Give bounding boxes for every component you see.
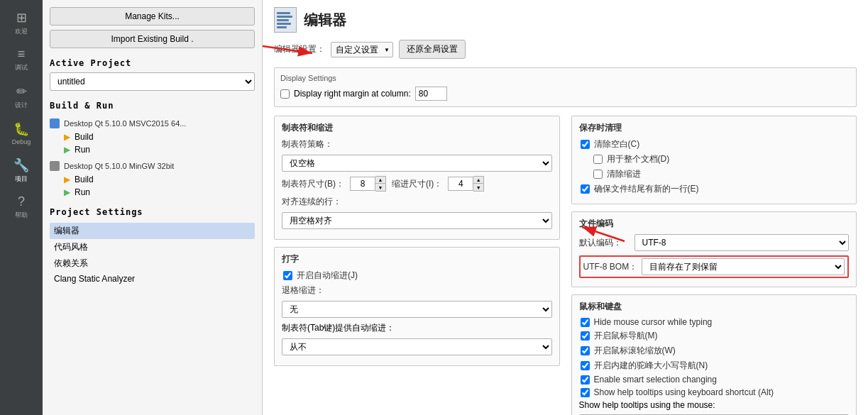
auto-indent-row: 开启自动缩进(J) [282, 270, 552, 282]
restore-global-button[interactable]: 还原全局设置 [399, 40, 466, 59]
show-tooltips-label: Show help tooltips using the mouse: [579, 400, 715, 410]
tab-size-spinbox: ▲ ▼ [350, 176, 386, 192]
main-content: 编辑器 编辑器设置： 自定义设置 还原全局设置 Display Settings… [263, 0, 868, 415]
align-select[interactable]: 用空格对齐 [282, 212, 552, 229]
editor-icon [274, 7, 297, 33]
kit-label-1: Desktop Qt 5.10.0 MSVC2015 64... [64, 119, 186, 128]
settings-item-codestyle[interactable]: 代码风格 [50, 239, 255, 255]
tabkey-select-row: 从不 [282, 338, 552, 355]
sidebar-item-project[interactable]: 🔧 项目 [4, 153, 38, 187]
mouse-kb-label-5: Show help tooltips using keyboard shortc… [594, 387, 774, 397]
mouse-kb-item-2: 开启鼠标滚轮缩放(W) [579, 345, 850, 357]
indent-size-down-btn[interactable]: ▼ [473, 184, 483, 191]
editor-settings-select[interactable]: 自定义设置 [331, 42, 393, 57]
entire-doc-checkbox[interactable] [593, 155, 603, 164]
mouse-kb-label-3: 开启内建的驼峰大小写导航(N) [594, 360, 708, 372]
display-settings-title: Display Settings [280, 74, 850, 82]
kit1-run-label: Run [75, 145, 90, 155]
settings-item-dependencies[interactable]: 依赖关系 [50, 255, 255, 272]
sidebar-item-debug[interactable]: ≡ 调试 [4, 43, 38, 77]
build-run-title: Build & Run [50, 101, 255, 111]
clean-indent-checkbox[interactable] [593, 170, 603, 179]
kit-icon-2 [50, 161, 60, 171]
wrench-icon: 🔧 [13, 157, 29, 173]
left-column: 制表符和缩进 制表符策略： 仅空格 制表符尺寸(B)： [274, 116, 560, 415]
kit2-run-label: Run [75, 187, 90, 197]
pencil-icon: ✏ [16, 84, 27, 99]
project-select[interactable]: untitled [50, 72, 255, 91]
default-encoding-row: 默认编码： UTF-8 [579, 234, 850, 251]
tab-policy-label: 制表符策略： [282, 138, 333, 150]
sidebar-item-welcome[interactable]: ⊞ 欢迎 [4, 6, 38, 40]
auto-indent-checkbox[interactable] [283, 271, 292, 280]
unindent-select-row: 无 [282, 301, 552, 318]
sidebar-item-help[interactable]: ? 帮助 [4, 190, 38, 224]
clean-whitespace-checkbox[interactable] [581, 140, 590, 149]
tab-size-spinbox-btns: ▲ ▼ [375, 176, 386, 192]
run-arrow-icon-1: ▶ [64, 145, 70, 155]
kit-item-2[interactable]: Desktop Qt 5.10.0 MinGW 32bit [50, 159, 255, 173]
file-encoding-title: 文件编码 [579, 218, 850, 230]
tab-size-up-btn[interactable]: ▲ [375, 177, 385, 184]
unindent-select[interactable]: 无 [282, 301, 552, 318]
import-build-button[interactable]: Import Existing Build . [50, 30, 255, 48]
kit2-build-action[interactable]: ▶ Build [50, 173, 255, 186]
tab-policy-select-row: 仅空格 [282, 155, 552, 172]
mouse-kb-checkbox-1[interactable] [581, 331, 590, 341]
mouse-kb-checkbox-5[interactable] [581, 388, 590, 397]
mouse-kb-checkbox-2[interactable] [581, 346, 590, 355]
align-label: 对齐连续的行： [282, 196, 341, 208]
build-arrow-icon-2: ▶ [64, 175, 70, 184]
kit1-run-action[interactable]: ▶ Run [50, 143, 255, 156]
ensure-newline-label: 确保文件结尾有新的一行(E) [594, 183, 699, 195]
mouse-kb-checkbox-4[interactable] [581, 375, 590, 384]
indent-size-input[interactable] [448, 177, 473, 191]
right-column: 保存时清理 清除空白(C) 用于整个文档(D) 清除缩进 [571, 116, 857, 415]
save-cleanup-title: 保存时清理 [579, 122, 850, 134]
sidebar-item-debugger[interactable]: 🐛 Debug [4, 116, 38, 150]
typing-section: 打字 开启自动缩进(J) 退格缩进： 无 制表符(Tab键)提供自动 [274, 247, 560, 366]
editor-settings-label: 编辑器设置： [274, 43, 325, 55]
utf8-bom-select[interactable]: 目前存在了则保留 [642, 258, 845, 275]
grid-icon: ⊞ [16, 10, 27, 26]
tabkey-select[interactable]: 从不 [282, 338, 552, 355]
kit-item-1[interactable]: Desktop Qt 5.10.0 MSVC2015 64... [50, 116, 255, 131]
display-margin-column-input[interactable] [415, 87, 447, 101]
tab-size-down-btn[interactable]: ▼ [375, 184, 385, 191]
mouse-kb-label-4: Enable smart selection changing [594, 375, 717, 384]
mouse-kb-item-4: Enable smart selection changing [579, 375, 850, 384]
mouse-keyboard-title: 鼠标和键盘 [579, 301, 850, 313]
default-encoding-select[interactable]: UTF-8 [634, 234, 850, 251]
settings-item-clang[interactable]: Clang Static Analyzer [50, 272, 255, 286]
tab-size-label: 制表符尺寸(B)： [282, 178, 344, 190]
indent-size-spinbox: ▲ ▼ [448, 176, 484, 192]
manage-kits-button[interactable]: Manage Kits... [50, 7, 255, 26]
indent-size-up-btn[interactable]: ▲ [473, 177, 483, 184]
mouse-kb-item-5: Show help tooltips using keyboard shortc… [579, 387, 850, 397]
tab-indent-title: 制表符和缩进 [282, 122, 552, 134]
sidebar-item-design[interactable]: ✏ 设计 [4, 79, 38, 114]
clean-indent-row: 清除缩进 [579, 168, 850, 180]
file-encoding-section: 文件编码 默认编码： UTF-8 UTF-8 BOM： 目前存在了则保留 [571, 211, 857, 287]
tab-policy-select[interactable]: 仅空格 [282, 155, 552, 172]
display-margin-checkbox[interactable] [280, 89, 290, 99]
unindent-label: 退格缩进： [282, 284, 331, 297]
run-arrow-icon-2: ▶ [64, 187, 70, 197]
mouse-kb-checkbox-0[interactable] [581, 318, 590, 327]
build-arrow-icon-1: ▶ [64, 132, 70, 142]
settings-item-editor[interactable]: 编辑器 [50, 223, 255, 239]
question-icon: ? [18, 194, 25, 209]
tab-size-input[interactable] [350, 177, 375, 191]
entire-doc-row: 用于整个文档(D) [579, 153, 850, 165]
ensure-newline-checkbox[interactable] [581, 184, 590, 194]
kit2-build-label: Build [75, 175, 94, 184]
clean-indent-label: 清除缩进 [607, 168, 641, 180]
mouse-kb-item-1: 开启鼠标导航(M) [579, 330, 850, 342]
project-settings-title: Project Settings [50, 207, 255, 217]
kit1-build-action[interactable]: ▶ Build [50, 131, 255, 143]
mouse-kb-checkbox-3[interactable] [581, 361, 590, 370]
kit2-run-action[interactable]: ▶ Run [50, 186, 255, 199]
entire-doc-label: 用于整个文档(D) [607, 153, 670, 165]
tabkey-label-row: 制表符(Tab键)提供自动缩进： [282, 322, 552, 334]
mouse-kb-label-1: 开启鼠标导航(M) [594, 330, 658, 342]
